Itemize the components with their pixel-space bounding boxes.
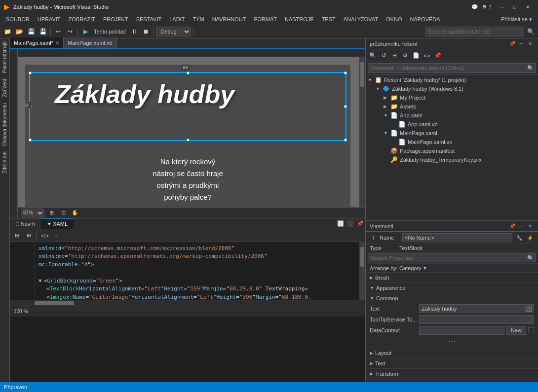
handle-tl[interactable] (29, 71, 32, 74)
props-more-icon[interactable]: ⋯ (449, 338, 456, 346)
handle-bm[interactable] (187, 139, 190, 142)
expand-all-button[interactable]: ⊞ (24, 231, 34, 241)
props-search-icon[interactable]: 🔧 (515, 234, 523, 242)
handle-tm[interactable] (187, 71, 190, 74)
props-section-text-header[interactable]: ▶ Text (366, 358, 538, 368)
zoom-dropdown[interactable]: 67% 100% 50% (21, 209, 44, 217)
tree-item-mainxaml[interactable]: ▼ 📄 MainPage.xaml (366, 129, 538, 138)
props-pin-button[interactable]: 📌 (508, 222, 516, 230)
stop-button[interactable]: ⏹ (141, 26, 152, 37)
new-project-button[interactable]: 📁 (2, 26, 13, 37)
tab-navrh[interactable]: □ Návrh (10, 218, 41, 229)
text-color-box[interactable] (526, 306, 532, 312)
tree-arrow-mainxaml[interactable]: ▼ (384, 131, 389, 136)
se-show-all-button[interactable]: 🔍 (368, 51, 378, 61)
menu-projekt[interactable]: PROJEKT (99, 14, 132, 25)
handle-mr[interactable] (344, 105, 347, 108)
tree-arrow-appxaml[interactable]: ▼ (384, 113, 389, 118)
tooltip-value-input[interactable] (422, 317, 524, 322)
se-minimize-button[interactable]: ─ (517, 40, 525, 48)
chat-icon[interactable]: 💬 (471, 4, 478, 10)
menu-soubor[interactable]: SOUBOR (2, 14, 34, 25)
se-refresh-button[interactable]: ↺ (379, 51, 388, 61)
handle-tr[interactable] (344, 71, 347, 74)
solution-explorer-search[interactable] (368, 63, 536, 73)
xml-vscrollbar-thumb[interactable] (360, 247, 364, 267)
pause-button[interactable]: ⏸ (129, 26, 140, 37)
se-new-item-button[interactable]: 📄 (411, 51, 421, 61)
left-tab-toolbar[interactable]: Panel nástrojů (1, 38, 8, 76)
props-section-brush-header[interactable]: ▶ Brush (366, 273, 538, 283)
collapse-all-button[interactable]: ⊟ (12, 231, 22, 241)
quick-launch-input[interactable] (425, 27, 524, 36)
menu-nastroje[interactable]: NÁSTROJE (281, 14, 318, 25)
handle-br[interactable] (344, 139, 347, 142)
tree-item-appxaml[interactable]: ▼ 📄 App.xaml (366, 111, 538, 120)
tab-mainpage-xaml[interactable]: MainPage.xaml* ✕ (10, 37, 64, 48)
tree-arrow-project[interactable]: ▼ (376, 86, 382, 91)
handle-bl[interactable] (29, 139, 32, 142)
format-button[interactable]: ≡ (52, 231, 62, 241)
snap-button[interactable]: ⊡ (58, 208, 68, 218)
props-section-transform-header[interactable]: ▶ Transform (366, 369, 538, 379)
tree-item-solution[interactable]: ▼ 📋 Řešení 'Základy hudby' (1 projekt) (366, 75, 538, 84)
props-section-layout-header[interactable]: ▶ Layout (366, 348, 538, 358)
tree-arrow-myproject[interactable]: ▶ (384, 95, 389, 100)
canvas-vscrollbar-thumb[interactable] (360, 62, 364, 87)
handle-ml[interactable] (29, 105, 32, 108)
open-button[interactable]: 📂 (14, 26, 25, 37)
menu-ladit[interactable]: LADIT (165, 14, 189, 25)
props-name-input[interactable] (402, 233, 512, 242)
menu-test[interactable]: TEST (318, 14, 340, 25)
se-show-details-button[interactable]: <> (422, 51, 432, 61)
datacontext-new-button[interactable]: New (506, 326, 526, 335)
props-close-button[interactable]: ✕ (526, 222, 534, 230)
xml-content-area[interactable]: xmlns:d="http://schemas.microsoft.com/ex… (35, 242, 359, 300)
menu-navrhnout[interactable]: NAVRHNOUT (208, 14, 250, 25)
props-event-icon[interactable]: ⚡ (526, 234, 534, 242)
minimize-button[interactable]: ─ (496, 0, 508, 14)
props-section-common-header[interactable]: ▼ Common (366, 293, 538, 303)
props-minimize-button[interactable]: ─ (517, 222, 525, 230)
menu-sestavit[interactable]: SESTAVIT (132, 14, 166, 25)
se-pin2-button[interactable]: 📌 (433, 51, 443, 61)
canvas-area[interactable]: 68 68 Základy hudby Na který rockovýnást… (18, 57, 365, 218)
menu-napoveda[interactable]: NÁPOVĚDA (406, 14, 444, 25)
save-button[interactable]: 💾 (26, 26, 37, 37)
tree-item-myproject[interactable]: ▶ 📁 My Project (366, 93, 538, 102)
menu-format[interactable]: FORMÁT (250, 14, 281, 25)
props-section-appearance-header[interactable]: ▼ Appearance (366, 283, 538, 293)
debug-mode-dropdown[interactable]: Debug Release (156, 27, 191, 36)
se-collapse-button[interactable]: ⊟ (389, 51, 399, 61)
tree-item-appvb[interactable]: 📄 App.xaml.vb (366, 120, 538, 129)
signin-button[interactable]: Přihlásit se ▾ (497, 14, 536, 25)
datacontext-checkbox[interactable] (528, 327, 534, 333)
collapse-button[interactable]: ⬜ (336, 219, 346, 229)
datacontext-value[interactable] (419, 326, 504, 335)
comment-button[interactable]: <!> (40, 231, 50, 241)
props-search-input[interactable] (368, 253, 536, 262)
props-arrange-arrow[interactable]: ▾ (423, 265, 426, 271)
menu-analyzovat[interactable]: ANALYZOVAT (340, 14, 382, 25)
restore-button[interactable]: □ (508, 0, 521, 14)
left-tab-outline[interactable]: Osnova dokumentu (1, 100, 8, 149)
left-tab-datasources[interactable]: Zdroje dat (1, 148, 8, 177)
left-tab-devices[interactable]: Zařízení (1, 76, 8, 100)
close-button[interactable]: ✕ (521, 0, 534, 14)
tooltip-checkbox[interactable] (526, 317, 532, 322)
view-grid-button[interactable]: ⊞ (46, 208, 56, 218)
tree-arrow-assets[interactable]: ▶ (384, 104, 389, 109)
canvas-vscrollbar[interactable] (359, 57, 365, 207)
se-pin-button[interactable]: 📌 (508, 40, 516, 48)
expand-button[interactable]: ⬛ (346, 219, 355, 229)
tree-arrow-solution[interactable]: ▼ (368, 77, 374, 82)
start-button[interactable]: ▶ (80, 26, 91, 37)
xml-vscrollbar[interactable] (359, 242, 365, 300)
tree-item-project[interactable]: ▼ 🔷 Základy hudby (Windows 8.1) (366, 84, 538, 93)
menu-okno[interactable]: OKNO (382, 14, 406, 25)
tab-xaml[interactable]: ✦ XAML (41, 218, 74, 229)
pin-button[interactable]: 📌 (355, 219, 365, 229)
undo-button[interactable]: ↩ (53, 26, 64, 37)
redo-button[interactable]: ↪ (65, 26, 76, 37)
menu-tym[interactable]: TÝM (189, 14, 208, 25)
